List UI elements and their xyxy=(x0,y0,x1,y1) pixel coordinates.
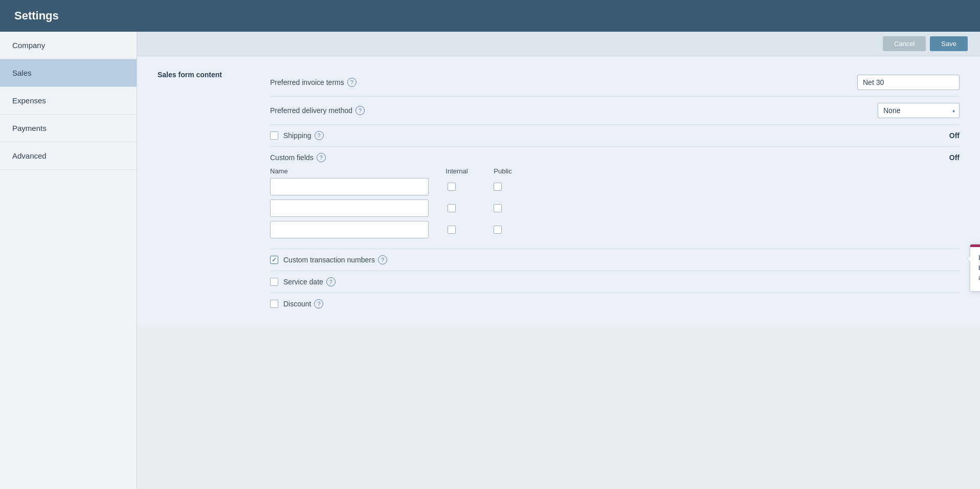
custom-field-row-3 xyxy=(270,221,960,238)
custom-transaction-numbers-help-icon[interactable]: ? xyxy=(378,255,387,264)
sidebar-item-company[interactable]: Company xyxy=(0,32,137,59)
sidebar: Company Sales Expenses Payments Advanced xyxy=(0,32,137,489)
custom-field-public-cb-cell-3 xyxy=(475,226,521,234)
discount-row: Discount ? xyxy=(270,293,960,315)
sales-form-content-section: Sales form content Preferred invoice ter… xyxy=(137,56,980,327)
custom-transaction-numbers-row: Custom transaction numbers ? × Lets you … xyxy=(270,249,960,271)
service-date-row: Service date ? xyxy=(270,271,960,293)
service-date-help-icon[interactable]: ? xyxy=(326,277,336,286)
custom-fields-row: Custom fields ? Off Name Internal Public xyxy=(270,147,960,249)
preferred-delivery-method-help-icon[interactable]: ? xyxy=(355,106,365,115)
custom-fields-status: Off xyxy=(949,153,960,162)
custom-field-name-input-1[interactable] xyxy=(270,178,429,195)
custom-fields-col-public: Public xyxy=(480,167,526,175)
shipping-row: Shipping ? Off xyxy=(270,125,960,147)
sidebar-item-sales[interactable]: Sales xyxy=(0,59,137,87)
custom-fields-help-icon[interactable]: ? xyxy=(317,153,326,162)
custom-fields-col-name: Name xyxy=(270,167,434,175)
preferred-delivery-method-select-wrapper: None Print later Send later ⬧ xyxy=(878,103,960,118)
preferred-invoice-terms-value xyxy=(857,75,960,90)
shipping-status: Off xyxy=(949,131,960,140)
sidebar-item-payments[interactable]: Payments xyxy=(0,115,137,142)
custom-field-internal-checkbox-1[interactable] xyxy=(448,183,456,191)
custom-fields-table: Name Internal Public xyxy=(270,167,960,242)
shipping-checkbox[interactable] xyxy=(270,131,278,140)
shipping-label: Shipping ? xyxy=(283,131,944,140)
service-date-label: Service date ? xyxy=(283,277,960,286)
page-header: Settings xyxy=(0,0,980,32)
preferred-delivery-method-value: None Print later Send later ⬧ xyxy=(878,103,960,118)
shipping-help-icon[interactable]: ? xyxy=(315,131,324,140)
custom-field-internal-cb-cell-1 xyxy=(429,183,475,191)
custom-fields-header: Custom fields ? Off xyxy=(270,153,960,162)
sales-form-content-row: Sales form content Preferred invoice ter… xyxy=(158,69,960,315)
preferred-invoice-terms-input[interactable] xyxy=(857,75,960,90)
section-title: Sales form content xyxy=(158,69,270,79)
custom-fields-columns-header: Name Internal Public xyxy=(270,167,960,175)
tooltip-accent-bar xyxy=(970,244,980,247)
sidebar-item-advanced[interactable]: Advanced xyxy=(0,142,137,170)
tooltip-popup: × Lets you use your own numbering system… xyxy=(970,244,980,292)
custom-field-name-input-3[interactable] xyxy=(270,221,429,238)
discount-label: Discount ? xyxy=(283,299,960,308)
preferred-invoice-terms-label: Preferred invoice terms ? xyxy=(270,78,857,87)
main-content: Cancel Save Sales form content Preferred… xyxy=(137,32,980,489)
custom-field-internal-checkbox-3[interactable] xyxy=(448,226,456,234)
page-title: Settings xyxy=(14,9,59,22)
custom-field-internal-checkbox-2[interactable] xyxy=(448,204,456,212)
top-bar: Cancel Save xyxy=(137,32,980,56)
preferred-invoice-terms-row: Preferred invoice terms ? xyxy=(270,69,960,97)
sidebar-item-expenses[interactable]: Expenses xyxy=(0,87,137,115)
custom-field-internal-cb-cell-2 xyxy=(429,204,475,212)
custom-field-row-1 xyxy=(270,178,960,195)
custom-field-internal-cb-cell-3 xyxy=(429,226,475,234)
custom-field-public-checkbox-1[interactable] xyxy=(494,183,502,191)
custom-field-row-2 xyxy=(270,199,960,217)
custom-field-name-input-2[interactable] xyxy=(270,199,429,217)
preferred-delivery-method-select[interactable]: None Print later Send later xyxy=(878,103,960,118)
discount-help-icon[interactable]: ? xyxy=(314,299,323,308)
preferred-invoice-terms-help-icon[interactable]: ? xyxy=(347,78,357,87)
custom-fields-col-internal: Internal xyxy=(434,167,480,175)
custom-fields-label: Custom fields ? xyxy=(270,153,949,162)
custom-field-public-cb-cell-2 xyxy=(475,204,521,212)
save-button[interactable]: Save xyxy=(930,36,968,51)
discount-checkbox[interactable] xyxy=(270,300,278,308)
service-date-checkbox[interactable] xyxy=(270,278,278,286)
custom-transaction-numbers-checkbox[interactable] xyxy=(270,256,278,264)
cancel-button[interactable]: Cancel xyxy=(883,36,926,51)
preferred-delivery-method-row: Preferred delivery method ? None Print l… xyxy=(270,97,960,125)
custom-field-public-checkbox-2[interactable] xyxy=(494,204,502,212)
custom-field-public-checkbox-3[interactable] xyxy=(494,226,502,234)
custom-field-public-cb-cell-1 xyxy=(475,183,521,191)
section-body: Preferred invoice terms ? Preferred deli… xyxy=(270,69,960,315)
preferred-delivery-method-label: Preferred delivery method ? xyxy=(270,106,878,115)
custom-transaction-numbers-label: Custom transaction numbers ? xyxy=(283,255,960,264)
